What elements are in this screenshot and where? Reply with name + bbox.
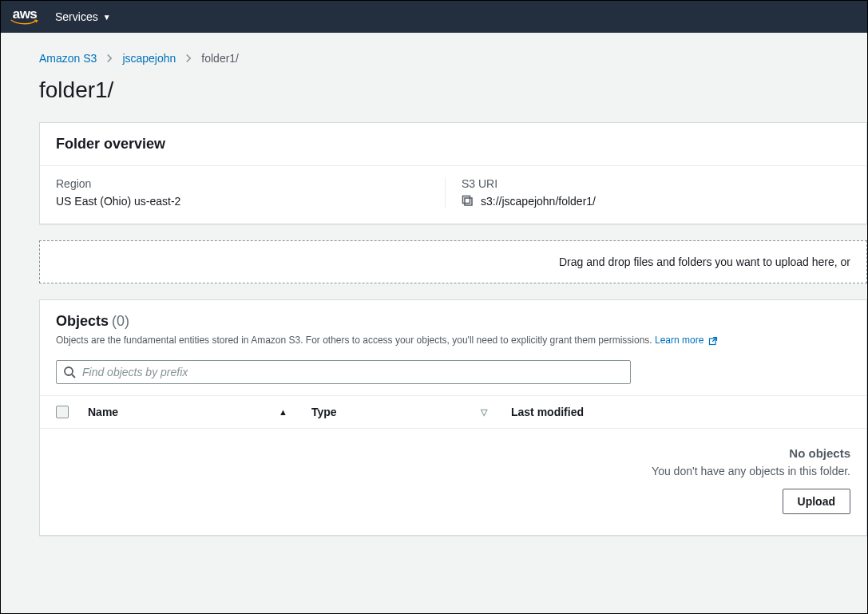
- aws-smile-icon: [10, 19, 39, 26]
- empty-title: No objects: [56, 446, 850, 460]
- search-icon: [63, 366, 76, 378]
- breadcrumb-bucket[interactable]: jscapejohn: [122, 52, 176, 65]
- objects-search[interactable]: [56, 360, 631, 384]
- copy-icon[interactable]: [462, 195, 474, 208]
- svg-rect-1: [463, 196, 470, 204]
- objects-heading: Objects: [56, 313, 109, 330]
- folder-overview-panel: Folder overview Region US East (Ohio) us…: [39, 122, 867, 224]
- sort-icon: ▽: [481, 407, 487, 418]
- objects-panel: Objects (0) Objects are the fundamental …: [39, 299, 867, 536]
- column-last-modified[interactable]: Last modified: [511, 406, 850, 418]
- objects-table-header: Name ▲ Type ▽ Last modified: [40, 395, 866, 429]
- external-link-icon: [708, 336, 718, 346]
- learn-more-link[interactable]: Learn more: [655, 335, 718, 346]
- empty-subtitle: You don't have any objects in this folde…: [56, 465, 850, 477]
- dropzone-text: Drag and drop files and folders you want…: [559, 256, 850, 268]
- column-type[interactable]: Type ▽: [311, 406, 511, 418]
- aws-logo[interactable]: aws: [10, 7, 39, 26]
- caret-down-icon: ▼: [103, 13, 111, 22]
- svg-rect-0: [465, 198, 472, 205]
- objects-description: Objects are the fundamental entities sto…: [56, 335, 850, 346]
- overview-heading: Folder overview: [56, 136, 850, 153]
- region-label: Region: [56, 177, 445, 190]
- page-title: folder1/: [39, 77, 867, 103]
- chevron-right-icon: [184, 53, 193, 63]
- svg-line-4: [72, 374, 75, 378]
- services-label: Services: [55, 10, 98, 23]
- sort-asc-icon: ▲: [279, 407, 287, 417]
- breadcrumb: Amazon S3 jscapejohn folder1/: [39, 52, 867, 65]
- s3-uri-value: s3://jscapejohn/folder1/: [481, 195, 596, 208]
- select-all-checkbox[interactable]: [56, 406, 69, 418]
- top-nav: aws Services ▼: [1, 1, 867, 33]
- upload-dropzone[interactable]: Drag and drop files and folders you want…: [39, 240, 867, 283]
- svg-point-3: [65, 367, 73, 375]
- services-menu[interactable]: Services ▼: [55, 10, 111, 23]
- breadcrumb-root[interactable]: Amazon S3: [39, 52, 97, 65]
- s3-uri-label: S3 URI: [462, 177, 850, 190]
- objects-search-input[interactable]: [82, 366, 624, 378]
- empty-state: No objects You don't have any objects in…: [40, 429, 866, 535]
- breadcrumb-current: folder1/: [201, 52, 239, 65]
- column-name[interactable]: Name ▲: [88, 406, 311, 418]
- chevron-right-icon: [105, 53, 114, 63]
- objects-count: (0): [112, 313, 129, 330]
- upload-button[interactable]: Upload: [783, 489, 850, 514]
- region-value: US East (Ohio) us-east-2: [56, 195, 445, 208]
